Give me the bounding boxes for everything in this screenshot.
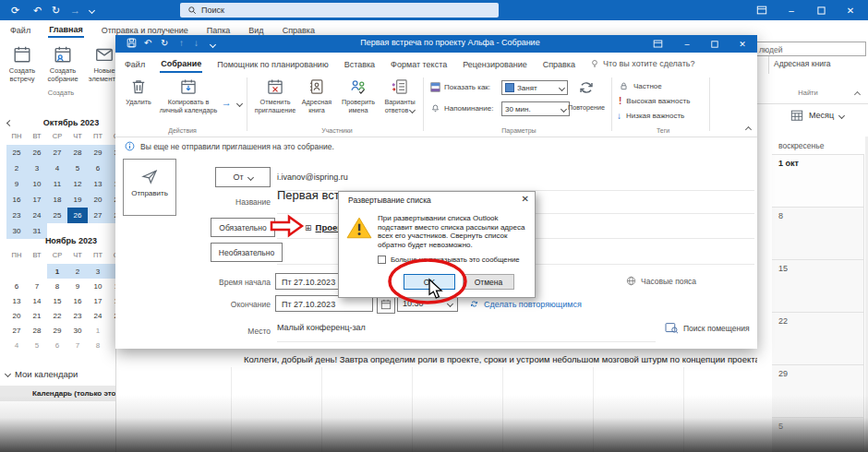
calendar-day[interactable]: 2 <box>108 323 115 338</box>
calendar-day[interactable]: 22 <box>47 308 67 323</box>
calendar-day[interactable]: 25 <box>108 308 115 323</box>
show-as-select[interactable]: Занят <box>501 80 568 95</box>
calendar-day[interactable]: 4 <box>108 264 115 279</box>
low-importance-button[interactable]: ↓ Низкая важность <box>617 111 684 121</box>
tab-meeting[interactable]: Собрание <box>160 55 202 73</box>
optional-button[interactable]: Необязательно <box>211 243 283 262</box>
make-recurring-link[interactable]: Сделать повторяющимся <box>469 299 582 309</box>
calendar-day[interactable]: 13 <box>88 176 108 192</box>
recurrence-button[interactable]: Повторение <box>564 77 609 112</box>
calendar-list-item[interactable]: Календарь (только этот компьютер) <box>0 386 115 401</box>
tab-insert[interactable]: Вставка <box>344 56 376 72</box>
calendar-day[interactable]: 4 <box>47 161 67 176</box>
tell-me-box[interactable]: Что вы хотите сделать? <box>590 58 695 69</box>
tab-home[interactable]: Главная <box>48 22 84 38</box>
calendar-day[interactable]: 7 <box>108 161 115 176</box>
close-button[interactable]: ✕ <box>838 0 862 20</box>
calendar-day[interactable]: 11 <box>108 279 115 293</box>
calendar-day[interactable]: 9 <box>6 176 27 192</box>
ribbon-display-icon[interactable] <box>750 0 774 20</box>
calendar-day[interactable]: 23 <box>67 308 88 323</box>
calendar-day[interactable]: 25 <box>47 208 67 223</box>
qat-customize-icon[interactable] <box>210 42 216 48</box>
calendar-day[interactable]: 29 <box>88 145 108 161</box>
minimize-button[interactable]: – <box>676 35 698 53</box>
calendar-day[interactable]: 13 <box>6 293 27 308</box>
tab-format-text[interactable]: Формат текста <box>390 56 448 72</box>
checkbox-icon[interactable] <box>378 256 386 264</box>
calendar-day[interactable]: 9 <box>67 279 88 293</box>
response-options-button[interactable]: Вариантыответов <box>380 77 420 114</box>
calendar-day[interactable]: 5 <box>67 161 88 176</box>
reminder-select[interactable]: 30 мин. <box>501 101 570 116</box>
calendar-day[interactable]: 10 <box>27 176 47 192</box>
calendar-day[interactable]: 16 <box>6 192 27 208</box>
address-book-button[interactable]: Адреснаякнига <box>296 77 337 114</box>
calendar-day[interactable]: 4 <box>6 338 27 352</box>
month-cell[interactable]: 22 <box>772 313 864 365</box>
delete-button[interactable]: Удалить <box>120 77 157 106</box>
send-receive-icon[interactable]: ⟳ <box>11 3 19 18</box>
copy-to-personal-calendar-button[interactable]: Копировать вличный календарь <box>158 77 219 114</box>
ok-button[interactable]: OK <box>404 274 455 290</box>
calendar-day[interactable]: 24 <box>88 308 108 323</box>
maximize-button[interactable] <box>809 0 833 20</box>
calendar-day[interactable]: 20 <box>6 308 27 323</box>
search-bar[interactable]: Поиск <box>180 3 499 18</box>
send-button[interactable]: Отправить <box>123 159 176 216</box>
calendar-day[interactable]: 24 <box>27 208 47 223</box>
save-icon[interactable] <box>127 38 137 48</box>
calendar-day[interactable]: 14 <box>27 293 47 308</box>
calendar-day[interactable] <box>27 264 47 279</box>
calendar-day[interactable]: 25 <box>6 145 27 161</box>
cancel-invitation-button[interactable]: Отменитьприглашение <box>253 77 297 114</box>
dont-show-again-checkbox[interactable]: Больше не показывать это сообщение <box>378 256 520 264</box>
calendar-day[interactable]: 12 <box>67 176 88 192</box>
calendar-day[interactable]: 28 <box>108 208 115 223</box>
calendar-day[interactable]: 11 <box>47 176 67 192</box>
calendar-day[interactable]: 26 <box>67 208 88 223</box>
from-button[interactable]: От <box>215 167 271 187</box>
calendar-day[interactable]: 26 <box>27 145 47 161</box>
month-cell[interactable]: 1 окт <box>772 155 864 208</box>
close-button[interactable]: ✕ <box>731 35 753 53</box>
calendar-day[interactable]: 6 <box>6 279 27 293</box>
tab-help[interactable]: Справка <box>542 56 576 72</box>
calendar-day[interactable]: 27 <box>88 208 108 223</box>
calendar-day[interactable]: 17 <box>27 192 47 208</box>
calendar-day[interactable]: 15 <box>47 293 67 308</box>
month-view-button[interactable]: Месяц <box>790 109 844 122</box>
calendar-day[interactable]: 7 <box>67 338 88 352</box>
calendar-day[interactable]: 28 <box>27 323 47 338</box>
calendar-day[interactable]: 23 <box>6 208 27 223</box>
calendar-day[interactable]: 21 <box>27 308 47 323</box>
location-field[interactable]: Малый конференц-зал <box>277 323 366 332</box>
calendar-day[interactable]: 30 <box>108 145 115 161</box>
room-finder-button[interactable]: Поиск помещения <box>665 322 750 334</box>
calendar-day[interactable]: 7 <box>27 279 47 293</box>
calendar-day[interactable]: 9 <box>108 338 115 352</box>
forward-button[interactable]: → <box>220 93 244 110</box>
high-importance-button[interactable]: ! Высокая важность <box>619 96 690 106</box>
qat-customize-icon[interactable] <box>89 7 95 14</box>
calendar-day[interactable]: 6 <box>47 338 67 352</box>
required-button[interactable]: Обязательно <box>211 218 275 237</box>
calendar-day[interactable]: 8 <box>47 279 67 293</box>
calendar-day[interactable]: 30 <box>67 323 88 338</box>
calendar-day[interactable]: 8 <box>88 338 108 352</box>
timezones-button[interactable]: Часовые пояса <box>626 276 696 286</box>
calendar-day[interactable]: 5 <box>27 338 47 352</box>
calendar-day[interactable]: 18 <box>47 192 67 208</box>
calendar-day[interactable]: 14 <box>108 176 115 192</box>
calendar-day[interactable]: 17 <box>88 293 108 308</box>
undo-icon[interactable]: ↶ <box>144 37 151 50</box>
calendar-day[interactable]: 2 <box>67 264 88 279</box>
calendar-day[interactable]: 16 <box>67 293 88 308</box>
new-meeting-button[interactable]: Создатьсобрание <box>42 44 84 83</box>
cancel-button[interactable]: Отмена <box>463 274 514 290</box>
undo-icon[interactable]: ↶ <box>33 3 42 18</box>
calendar-day[interactable]: 3 <box>27 161 47 176</box>
tab-file[interactable]: Файл <box>9 23 31 37</box>
expand-list-icon[interactable]: ⊞ <box>305 223 312 232</box>
minimize-button[interactable]: – <box>779 0 803 20</box>
